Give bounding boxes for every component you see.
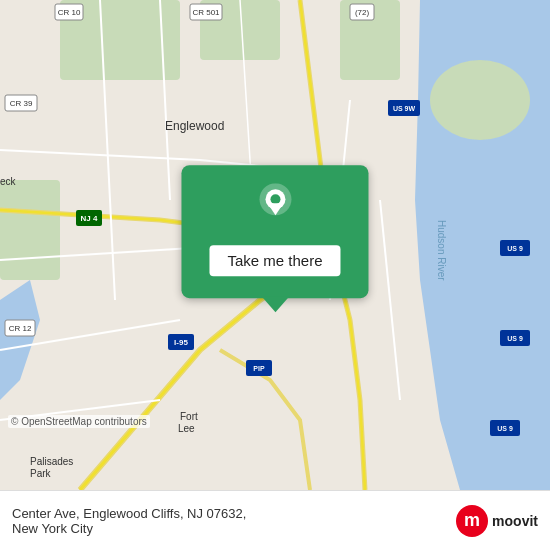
svg-text:US 9W: US 9W: [393, 105, 416, 112]
svg-text:Park: Park: [30, 468, 52, 479]
moovit-icon: m: [456, 505, 488, 537]
address-container: Center Ave, Englewood Cliffs, NJ 07632, …: [12, 506, 246, 536]
bottom-bar: Center Ave, Englewood Cliffs, NJ 07632, …: [0, 490, 550, 550]
svg-point-7: [430, 60, 530, 140]
osm-attribution: © OpenStreetMap contributors: [8, 415, 150, 428]
svg-text:CR 12: CR 12: [9, 324, 32, 333]
svg-text:US 9: US 9: [507, 335, 523, 342]
svg-text:US 9: US 9: [497, 425, 513, 432]
city-line: New York City: [12, 521, 246, 536]
svg-text:Palisades: Palisades: [30, 456, 73, 467]
moovit-brand-name: moovit: [492, 513, 538, 529]
svg-text:eck: eck: [0, 176, 17, 187]
svg-rect-5: [0, 180, 60, 280]
svg-text:I-95: I-95: [174, 338, 188, 347]
location-pin-icon: [257, 183, 293, 231]
moovit-logo: m moovit: [456, 505, 538, 537]
svg-point-43: [270, 194, 280, 204]
svg-text:Fort: Fort: [180, 411, 198, 422]
svg-text:Lee: Lee: [178, 423, 195, 434]
svg-text:CR 501: CR 501: [192, 8, 220, 17]
address-line: Center Ave, Englewood Cliffs, NJ 07632,: [12, 506, 246, 521]
svg-text:(72): (72): [355, 8, 370, 17]
svg-text:NJ 4: NJ 4: [81, 214, 98, 223]
take-me-there-button[interactable]: Take me there: [209, 245, 340, 276]
green-card: Take me there: [181, 165, 368, 298]
svg-text:PIP: PIP: [253, 365, 265, 372]
svg-text:Hudson River: Hudson River: [436, 220, 447, 281]
svg-text:CR 39: CR 39: [10, 99, 33, 108]
svg-text:CR 10: CR 10: [58, 8, 81, 17]
button-overlay: Take me there: [181, 165, 368, 298]
map-container: CR 10 CR 501 (72) CR 39 NJ 4 US 9W US 9W…: [0, 0, 550, 490]
svg-text:Englewood: Englewood: [165, 119, 224, 133]
svg-text:US 9: US 9: [507, 245, 523, 252]
